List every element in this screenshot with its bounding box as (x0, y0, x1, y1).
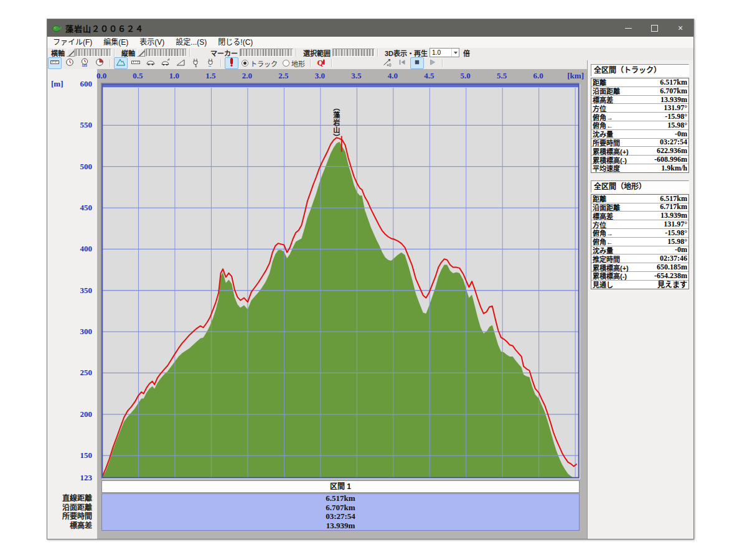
plug-one-icon: 1 (190, 57, 200, 70)
section-values-table: 6.517km6.707km03:27:5413.939m (101, 493, 580, 531)
svg-text:..: .. (209, 63, 211, 67)
slope-icon (176, 57, 186, 70)
x-tick-label: 2.5 (278, 71, 288, 81)
scale-slider[interactable] (332, 49, 375, 57)
gps-car-button[interactable] (159, 57, 172, 69)
x-tick-label: 3.0 (315, 71, 325, 81)
menu-item[interactable]: 閉じる!(C) (212, 37, 258, 48)
stat-value: 131.97° (664, 103, 687, 113)
stat-row: 見通し見えます (591, 281, 688, 289)
section-value: 03:27:54 (102, 512, 579, 521)
photo-marker-button[interactable]: Q (314, 57, 328, 69)
axis-scale-reset-button[interactable] (67, 49, 75, 57)
slider-label: 横軸 (51, 48, 65, 58)
axis-scale-reset-button[interactable] (137, 49, 145, 57)
window-title: 藻岩山２００６２４ (65, 22, 144, 34)
plug-one-button[interactable]: 1 (189, 57, 202, 69)
y-axis-column: [m] 直線距離沿面距離所要時間標高差 60055050045040035030… (47, 69, 98, 539)
stat-label: 平均速度 (593, 163, 620, 173)
elevation-profile-plot[interactable] (101, 83, 580, 478)
speed-car-button[interactable] (144, 57, 157, 69)
playback-speed-select[interactable]: 1.0 (430, 48, 459, 57)
distance-axis-button[interactable] (48, 57, 62, 69)
stat-value: 見えます (657, 279, 687, 290)
menu-item[interactable]: 編集(E) (98, 37, 134, 48)
svg-text:123: 123 (82, 63, 88, 67)
slope-button[interactable] (174, 57, 187, 69)
stat-value: -0m (675, 129, 687, 139)
x-tick-label: 1.0 (169, 71, 179, 81)
x-axis-tick-row: [km] 0.00.51.01.52.02.53.03.54.04.55.05.… (97, 69, 588, 83)
app-icon (52, 23, 62, 33)
stat-value: 15.98° (667, 237, 687, 246)
section-header: 区間 1 (101, 480, 580, 493)
x-tick-label: 5.5 (497, 71, 507, 81)
stat-label: 見通し (593, 279, 613, 289)
scale-slider[interactable] (240, 49, 293, 57)
svg-text:Q: Q (317, 57, 324, 67)
scale-slider[interactable] (146, 49, 187, 57)
y-tick-label: 350 (80, 286, 93, 296)
scale-slider[interactable] (75, 49, 111, 57)
y-tick-label: 150 (80, 450, 93, 460)
stat-row: 平均速度1.9km/h (591, 164, 688, 172)
y-axis-unit-label: [m] (51, 79, 63, 89)
clock-elapsed-button[interactable] (93, 57, 106, 69)
content-area: [m] 直線距離沿面距離所要時間標高差 60055050045040035030… (47, 69, 693, 539)
menu-item[interactable]: 設定...(S) (170, 37, 212, 48)
play-button[interactable] (425, 57, 439, 69)
stat-value: 6.517km (660, 194, 687, 203)
radio-地形[interactable]: 地形 (283, 58, 305, 68)
plug-dots-button[interactable]: .. (204, 57, 217, 69)
gradient-zero-button[interactable]: ×0 (380, 57, 394, 69)
menu-bar: ファイル(F)編集(E)表示(V)設定...(S)閉じる!(C) (47, 37, 693, 49)
title-bar: 藻岩山２００６２４ × (47, 19, 693, 37)
x-tick-label: 0.5 (133, 71, 143, 81)
stat-value: -608.996m (654, 155, 687, 164)
maximize-icon (651, 25, 658, 32)
y-tick-label: 123 (80, 473, 93, 483)
stat-value: -15.98° (665, 228, 687, 238)
stop-button[interactable] (410, 57, 424, 69)
skip-back-button[interactable] (395, 57, 409, 69)
y-tick-label: 300 (80, 327, 93, 337)
menu-item[interactable]: ファイル(F) (47, 37, 98, 48)
clock-elapsed-icon (95, 57, 105, 70)
section-value: 13.939m (102, 521, 579, 531)
stat-value: 622.936m (657, 146, 687, 156)
clock-number-button[interactable]: 123 (78, 57, 92, 69)
y-tick-label: 550 (80, 120, 93, 130)
ruler-icon (131, 57, 141, 70)
x-tick-label: 1.5 (205, 71, 215, 81)
minimize-button[interactable] (615, 19, 641, 37)
playback-speed-value: 1.0 (430, 49, 451, 56)
y-tick-label: 400 (80, 244, 93, 254)
ruler-button[interactable] (129, 57, 143, 69)
clock-button[interactable] (63, 57, 77, 69)
maximize-button[interactable] (641, 19, 667, 37)
toolbar-scale-row: 横軸縦軸マーカー選択範囲3D表示・再生1.0倍 (47, 48, 693, 58)
radio-トラック[interactable]: トラック (242, 58, 278, 68)
stat-value: 13.939m (660, 211, 687, 220)
speed-car-icon (146, 57, 156, 70)
play-icon (427, 57, 437, 70)
elevation-mountain-button[interactable] (114, 57, 128, 69)
radio-label: トラック (250, 58, 278, 68)
clock-number-icon: 123 (80, 57, 90, 70)
stat-value: 131.97° (664, 220, 687, 229)
section-row-label: 沿面距離 (49, 503, 92, 513)
slider-label: 縦軸 (121, 48, 135, 58)
x-tick-label: 6.0 (533, 71, 543, 81)
close-button[interactable]: × (667, 19, 693, 37)
y-tick-label: 250 (80, 368, 93, 378)
section-row-label: 標高差 (49, 521, 92, 531)
x-tick-label: 4.5 (424, 71, 434, 81)
y-tick-label: 450 (80, 203, 93, 213)
playback-speed-unit: 倍 (463, 48, 470, 58)
section-value: 6.707km (102, 503, 579, 513)
menu-item[interactable]: 表示(V) (134, 37, 170, 48)
svg-text:×0: ×0 (387, 63, 392, 67)
marker-pin-button[interactable] (225, 57, 238, 69)
radio-button-icon (283, 60, 289, 67)
stats-table-terrain: 距離6.517km沿面距離6.717km標高差13.939m方位131.97°俯… (591, 194, 689, 289)
